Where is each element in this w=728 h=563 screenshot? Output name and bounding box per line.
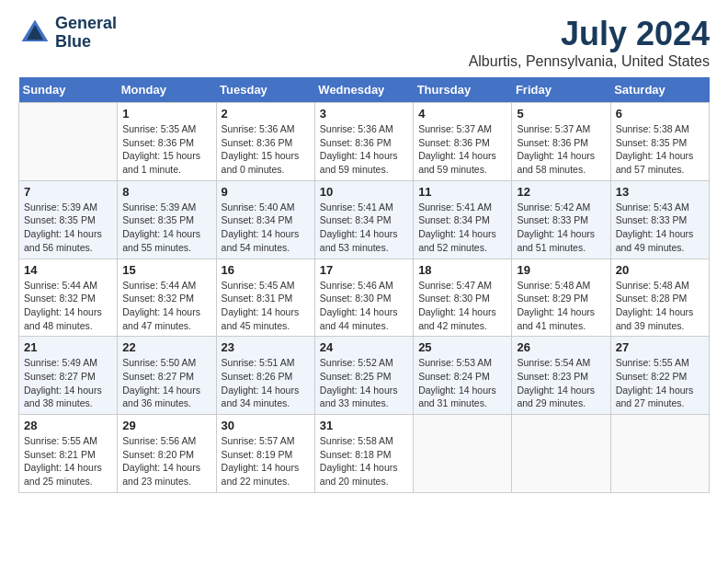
cell-info: Sunrise: 5:37 AMSunset: 8:36 PMDaylight:… — [418, 122, 506, 177]
calendar-cell: 17Sunrise: 5:46 AMSunset: 8:30 PMDayligh… — [314, 259, 413, 337]
day-number: 7 — [24, 185, 112, 199]
day-number: 12 — [517, 185, 605, 199]
cell-info: Sunrise: 5:38 AMSunset: 8:35 PMDaylight:… — [616, 122, 704, 177]
day-number: 10 — [320, 185, 408, 199]
day-number: 5 — [517, 107, 605, 121]
day-number: 15 — [122, 263, 210, 277]
logo-line2: Blue — [55, 33, 117, 52]
logo: General Blue — [18, 15, 117, 52]
cell-info: Sunrise: 5:40 AMSunset: 8:34 PMDaylight:… — [222, 201, 310, 255]
calendar-cell: 18Sunrise: 5:47 AMSunset: 8:30 PMDayligh… — [414, 259, 512, 337]
calendar-cell: 11Sunrise: 5:41 AMSunset: 8:34 PMDayligh… — [414, 180, 512, 259]
calendar-cell: 24Sunrise: 5:52 AMSunset: 8:25 PMDayligh… — [314, 337, 413, 415]
location-title: Alburtis, Pennsylvania, United States — [469, 53, 710, 70]
cell-info: Sunrise: 5:54 AMSunset: 8:23 PMDaylight:… — [517, 356, 605, 410]
day-number: 23 — [222, 340, 310, 354]
cell-info: Sunrise: 5:58 AMSunset: 8:18 PMDaylight:… — [320, 434, 408, 488]
calendar-cell — [414, 415, 512, 493]
day-number: 18 — [418, 263, 506, 277]
day-number: 28 — [24, 419, 112, 432]
day-number: 4 — [418, 107, 506, 121]
calendar-cell: 29Sunrise: 5:56 AMSunset: 8:20 PMDayligh… — [118, 415, 216, 493]
cell-info: Sunrise: 5:44 AMSunset: 8:32 PMDaylight:… — [24, 279, 112, 333]
calendar-cell — [512, 415, 610, 493]
day-number: 29 — [122, 419, 210, 432]
calendar-cell: 28Sunrise: 5:55 AMSunset: 8:21 PMDayligh… — [19, 415, 118, 493]
cell-info: Sunrise: 5:36 AMSunset: 8:36 PMDaylight:… — [320, 122, 408, 177]
day-number: 22 — [122, 340, 210, 354]
weekday-header-sunday: Sunday — [19, 77, 118, 103]
weekday-header-tuesday: Tuesday — [216, 77, 314, 103]
calendar-cell: 21Sunrise: 5:49 AMSunset: 8:27 PMDayligh… — [19, 337, 118, 415]
calendar-cell: 3Sunrise: 5:36 AMSunset: 8:36 PMDaylight… — [314, 103, 413, 181]
calendar-week-row: 1Sunrise: 5:35 AMSunset: 8:36 PMDaylight… — [19, 103, 710, 181]
calendar-cell: 20Sunrise: 5:48 AMSunset: 8:28 PMDayligh… — [610, 259, 709, 337]
header: General Blue July 2024 Alburtis, Pennsyl… — [18, 15, 710, 70]
weekday-header-monday: Monday — [118, 77, 216, 103]
calendar-week-row: 14Sunrise: 5:44 AMSunset: 8:32 PMDayligh… — [19, 259, 710, 337]
cell-info: Sunrise: 5:43 AMSunset: 8:33 PMDaylight:… — [616, 201, 704, 255]
weekday-header-thursday: Thursday — [414, 77, 512, 103]
cell-info: Sunrise: 5:49 AMSunset: 8:27 PMDaylight:… — [24, 356, 112, 410]
cell-info: Sunrise: 5:41 AMSunset: 8:34 PMDaylight:… — [320, 201, 408, 255]
calendar-cell: 13Sunrise: 5:43 AMSunset: 8:33 PMDayligh… — [610, 180, 709, 259]
calendar-cell: 7Sunrise: 5:39 AMSunset: 8:35 PMDaylight… — [19, 180, 118, 259]
day-number: 3 — [320, 107, 408, 121]
calendar-cell: 2Sunrise: 5:36 AMSunset: 8:36 PMDaylight… — [216, 103, 314, 181]
day-number: 19 — [517, 263, 605, 277]
cell-info: Sunrise: 5:44 AMSunset: 8:32 PMDaylight:… — [122, 279, 210, 333]
cell-info: Sunrise: 5:46 AMSunset: 8:30 PMDaylight:… — [320, 279, 408, 333]
calendar-cell: 27Sunrise: 5:55 AMSunset: 8:22 PMDayligh… — [610, 337, 709, 415]
calendar-cell: 25Sunrise: 5:53 AMSunset: 8:24 PMDayligh… — [414, 337, 512, 415]
calendar-cell — [610, 415, 709, 493]
cell-info: Sunrise: 5:39 AMSunset: 8:35 PMDaylight:… — [122, 201, 210, 255]
day-number: 1 — [122, 107, 210, 121]
calendar-week-row: 21Sunrise: 5:49 AMSunset: 8:27 PMDayligh… — [19, 337, 710, 415]
day-number: 20 — [616, 263, 704, 277]
cell-info: Sunrise: 5:35 AMSunset: 8:36 PMDaylight:… — [122, 122, 210, 177]
calendar-week-row: 7Sunrise: 5:39 AMSunset: 8:35 PMDaylight… — [19, 180, 710, 259]
cell-info: Sunrise: 5:51 AMSunset: 8:26 PMDaylight:… — [222, 356, 310, 410]
calendar-cell: 15Sunrise: 5:44 AMSunset: 8:32 PMDayligh… — [118, 259, 216, 337]
cell-info: Sunrise: 5:47 AMSunset: 8:30 PMDaylight:… — [418, 279, 506, 333]
day-number: 31 — [320, 419, 408, 432]
day-number: 30 — [222, 419, 310, 432]
day-number: 9 — [222, 185, 310, 199]
calendar-cell — [19, 103, 118, 181]
day-number: 14 — [24, 263, 112, 277]
cell-info: Sunrise: 5:48 AMSunset: 8:29 PMDaylight:… — [517, 279, 605, 333]
calendar-table: SundayMondayTuesdayWednesdayThursdayFrid… — [18, 77, 710, 493]
cell-info: Sunrise: 5:53 AMSunset: 8:24 PMDaylight:… — [418, 356, 506, 410]
day-number: 17 — [320, 263, 408, 277]
calendar-cell: 26Sunrise: 5:54 AMSunset: 8:23 PMDayligh… — [512, 337, 610, 415]
day-number: 25 — [418, 340, 506, 354]
day-number: 26 — [517, 340, 605, 354]
calendar-week-row: 28Sunrise: 5:55 AMSunset: 8:21 PMDayligh… — [19, 415, 710, 493]
weekday-header-wednesday: Wednesday — [314, 77, 413, 103]
calendar-cell: 5Sunrise: 5:37 AMSunset: 8:36 PMDaylight… — [512, 103, 610, 181]
day-number: 2 — [222, 107, 310, 121]
cell-info: Sunrise: 5:52 AMSunset: 8:25 PMDaylight:… — [320, 356, 408, 410]
calendar-cell: 9Sunrise: 5:40 AMSunset: 8:34 PMDaylight… — [216, 180, 314, 259]
calendar-cell: 22Sunrise: 5:50 AMSunset: 8:27 PMDayligh… — [118, 337, 216, 415]
calendar-cell: 23Sunrise: 5:51 AMSunset: 8:26 PMDayligh… — [216, 337, 314, 415]
cell-info: Sunrise: 5:45 AMSunset: 8:31 PMDaylight:… — [222, 279, 310, 333]
weekday-header-saturday: Saturday — [610, 77, 709, 103]
calendar-cell: 30Sunrise: 5:57 AMSunset: 8:19 PMDayligh… — [216, 415, 314, 493]
cell-info: Sunrise: 5:50 AMSunset: 8:27 PMDaylight:… — [122, 356, 210, 410]
day-number: 11 — [418, 185, 506, 199]
calendar-cell: 8Sunrise: 5:39 AMSunset: 8:35 PMDaylight… — [118, 180, 216, 259]
cell-info: Sunrise: 5:55 AMSunset: 8:21 PMDaylight:… — [24, 434, 112, 488]
cell-info: Sunrise: 5:36 AMSunset: 8:36 PMDaylight:… — [222, 122, 310, 177]
weekday-header-row: SundayMondayTuesdayWednesdayThursdayFrid… — [19, 77, 710, 103]
cell-info: Sunrise: 5:41 AMSunset: 8:34 PMDaylight:… — [418, 201, 506, 255]
calendar-cell: 4Sunrise: 5:37 AMSunset: 8:36 PMDaylight… — [414, 103, 512, 181]
cell-info: Sunrise: 5:55 AMSunset: 8:22 PMDaylight:… — [616, 356, 704, 410]
calendar-cell: 12Sunrise: 5:42 AMSunset: 8:33 PMDayligh… — [512, 180, 610, 259]
cell-info: Sunrise: 5:37 AMSunset: 8:36 PMDaylight:… — [517, 122, 605, 177]
day-number: 24 — [320, 340, 408, 354]
day-number: 27 — [616, 340, 704, 354]
calendar-cell: 19Sunrise: 5:48 AMSunset: 8:29 PMDayligh… — [512, 259, 610, 337]
day-number: 6 — [616, 107, 704, 121]
calendar-cell: 14Sunrise: 5:44 AMSunset: 8:32 PMDayligh… — [19, 259, 118, 337]
